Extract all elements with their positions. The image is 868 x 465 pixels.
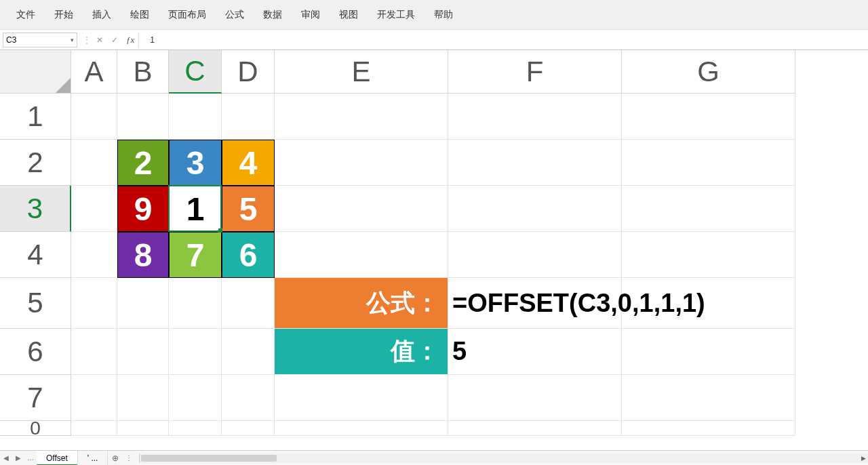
ribbon-developer[interactable]: 开发工具 — [368, 3, 425, 26]
cell-F1[interactable] — [448, 94, 622, 140]
ribbon-data[interactable]: 数据 — [254, 3, 292, 26]
cell-E7[interactable] — [275, 375, 448, 421]
ribbon-help[interactable]: 帮助 — [425, 3, 462, 26]
col-header-B[interactable]: B — [117, 50, 169, 94]
cell-D6[interactable] — [222, 329, 275, 375]
sheet-nav-next-icon[interactable]: ▶ — [12, 451, 24, 466]
cell-A7[interactable] — [71, 375, 117, 421]
cell-A3[interactable] — [71, 186, 117, 232]
cell-A2[interactable] — [71, 140, 117, 186]
horizontal-scrollbar[interactable]: ◀ ▶ — [139, 453, 868, 463]
row-header-5[interactable]: 5 — [0, 278, 71, 329]
cell-D2[interactable]: 4 — [222, 140, 275, 186]
cell-B4[interactable]: 8 — [117, 232, 169, 278]
sheet-nav-more-icon[interactable]: … — [24, 451, 37, 466]
cell-B2[interactable]: 2 — [117, 140, 169, 186]
cell-E3[interactable] — [275, 186, 448, 232]
sheet-tab-offset[interactable]: Offset — [37, 451, 78, 466]
ribbon-insert[interactable]: 插入 — [83, 3, 121, 26]
cell-C4[interactable]: 7 — [169, 232, 222, 278]
cell-E2[interactable] — [275, 140, 448, 186]
cell-B1[interactable] — [117, 94, 169, 140]
cell-E5[interactable]: 公式： — [275, 278, 448, 329]
cell-C2[interactable]: 3 — [169, 140, 222, 186]
cell-A6[interactable] — [71, 329, 117, 375]
cell-G2[interactable] — [622, 140, 795, 186]
cell-E8[interactable] — [275, 421, 448, 436]
cell-C1[interactable] — [169, 94, 222, 140]
formula-input[interactable]: 1 — [143, 35, 865, 45]
ribbon-review[interactable]: 审阅 — [292, 3, 330, 26]
fx-icon[interactable]: ƒx — [122, 33, 139, 47]
ribbon-page-layout[interactable]: 页面布局 — [159, 3, 216, 26]
cell-G3[interactable] — [622, 186, 795, 232]
row-header-8[interactable]: 0 — [0, 421, 71, 436]
name-box[interactable]: C3 ▾ — [3, 33, 77, 47]
cell-D4[interactable]: 6 — [222, 232, 275, 278]
ribbon-file[interactable]: 文件 — [7, 3, 45, 26]
cell-A1[interactable] — [71, 94, 117, 140]
cell-E6[interactable]: 值： — [275, 329, 448, 375]
cell-C3[interactable]: 1 — [169, 186, 222, 232]
cell-G6[interactable] — [622, 329, 795, 375]
cell-D5[interactable] — [222, 278, 275, 329]
cell-G7[interactable] — [622, 375, 795, 421]
cell-F4[interactable] — [448, 232, 622, 278]
cell-E4[interactable] — [275, 232, 448, 278]
ribbon-home[interactable]: 开始 — [45, 3, 83, 26]
cell-F8[interactable] — [448, 421, 622, 436]
add-sheet-icon[interactable]: ⊕ — [108, 453, 123, 463]
enter-icon[interactable]: ✓ — [107, 33, 122, 47]
col-header-C[interactable]: C — [169, 50, 222, 94]
cell-B6[interactable] — [117, 329, 169, 375]
cell-D3[interactable]: 5 — [222, 186, 275, 232]
cell-F3[interactable] — [448, 186, 622, 232]
cell-A4[interactable] — [71, 232, 117, 278]
cell-A8[interactable] — [71, 421, 117, 436]
col-header-D[interactable]: D — [222, 50, 275, 94]
cell-D8[interactable] — [222, 421, 275, 436]
chevron-down-icon[interactable]: ▾ — [71, 37, 74, 43]
cell-A5[interactable] — [71, 278, 117, 329]
name-box-value: C3 — [6, 35, 16, 45]
cell-F2[interactable] — [448, 140, 622, 186]
cell-B3[interactable]: 9 — [117, 186, 169, 232]
select-all-corner[interactable] — [0, 50, 71, 94]
row-header-6[interactable]: 6 — [0, 329, 71, 375]
cell-D7[interactable] — [222, 375, 275, 421]
sheet-more-icon[interactable]: ⋮ — [123, 451, 135, 466]
row-header-7[interactable]: 7 — [0, 375, 71, 421]
cell-B5[interactable] — [117, 278, 169, 329]
col-header-E[interactable]: E — [275, 50, 448, 94]
row-header-1[interactable]: 1 — [0, 94, 71, 140]
row-header-3[interactable]: 3 — [0, 186, 71, 232]
cell-F6[interactable]: 5 — [448, 329, 622, 375]
cell-B8[interactable] — [117, 421, 169, 436]
col-header-A[interactable]: A — [71, 50, 117, 94]
cell-C8[interactable] — [169, 421, 222, 436]
ribbon-view[interactable]: 视图 — [330, 3, 368, 26]
cell-C7[interactable] — [169, 375, 222, 421]
cell-F7[interactable] — [448, 375, 622, 421]
scroll-right-icon[interactable]: ▶ — [859, 453, 868, 463]
cell-E1[interactable] — [275, 94, 448, 140]
ribbon-draw[interactable]: 绘图 — [121, 3, 159, 26]
row-header-4[interactable]: 4 — [0, 232, 71, 278]
ribbon-formulas[interactable]: 公式 — [216, 3, 254, 26]
col-header-F[interactable]: F — [448, 50, 622, 94]
cell-D1[interactable] — [222, 94, 275, 140]
cell-C5[interactable] — [169, 278, 222, 329]
grid-rows: 1 2 2 3 4 3 9 1 5 — [0, 94, 868, 436]
scrollbar-thumb[interactable] — [141, 455, 277, 462]
cell-B7[interactable] — [117, 375, 169, 421]
row-header-2[interactable]: 2 — [0, 140, 71, 186]
cell-G1[interactable] — [622, 94, 795, 140]
cell-G8[interactable] — [622, 421, 795, 436]
cell-G4[interactable] — [622, 232, 795, 278]
sheet-nav-prev-icon[interactable]: ◀ — [0, 451, 12, 466]
cell-C6[interactable] — [169, 329, 222, 375]
sheet-tab-other[interactable]: ' ... — [78, 451, 108, 466]
cancel-icon[interactable]: ✕ — [92, 33, 107, 47]
cell-F5[interactable]: =OFFSET(C3,0,1,1,1) — [448, 278, 622, 329]
col-header-G[interactable]: G — [622, 50, 795, 94]
